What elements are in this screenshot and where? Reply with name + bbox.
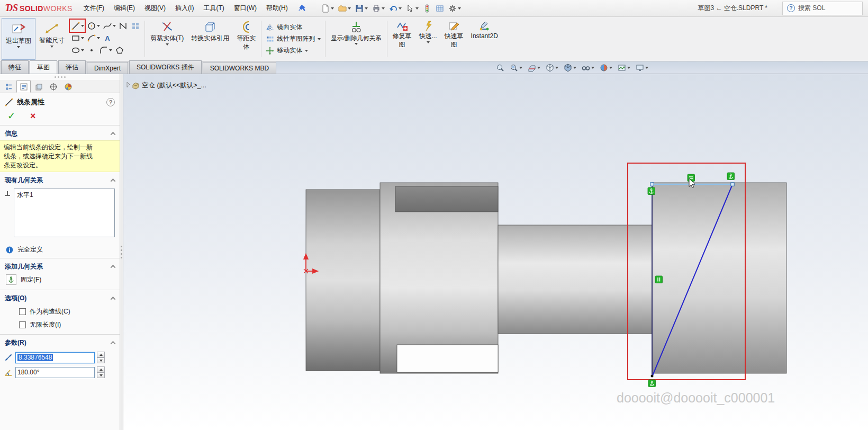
linear-sketch-pattern-button[interactable]: 线性草图阵列 xyxy=(266,34,321,43)
mirror-entities-button[interactable]: 镜向实体 xyxy=(266,23,321,32)
dropdown-arrow-icon[interactable] xyxy=(555,67,558,69)
tab-featuremanager-tree[interactable] xyxy=(2,80,16,93)
dropdown-arrow-icon[interactable] xyxy=(331,7,334,10)
add-relations-header[interactable]: 添加几何关系 xyxy=(0,258,120,273)
rapid-sketch-button[interactable]: 快速草 图 xyxy=(441,18,467,60)
construction-checkbox[interactable] xyxy=(19,308,26,315)
menu-insert[interactable]: 插入(I) xyxy=(170,1,198,16)
model-dark-face[interactable] xyxy=(395,186,498,212)
offset-entities-button[interactable]: 等距实 体 xyxy=(233,18,259,60)
options-button[interactable] xyxy=(447,3,462,14)
tab-displaymanager[interactable] xyxy=(61,80,75,93)
fixed-constraint-icon[interactable] xyxy=(648,187,655,195)
dropdown-arrow-icon[interactable] xyxy=(97,37,100,39)
spin-up-button[interactable] xyxy=(97,352,105,357)
model-white-face[interactable] xyxy=(397,345,498,372)
tab-sketch[interactable]: 草图 xyxy=(30,60,57,74)
search-label[interactable]: 搜索 SOL xyxy=(798,4,825,13)
repair-sketch-button[interactable]: 修复草 图 xyxy=(389,18,415,60)
dropdown-arrow-icon[interactable] xyxy=(50,46,53,48)
tab-propertymanager[interactable] xyxy=(16,80,31,93)
circle-tool-button[interactable] xyxy=(86,21,101,31)
vertical-constraint-icon[interactable] xyxy=(655,276,663,283)
convert-entities-button[interactable]: 转换实体引用 xyxy=(187,18,233,60)
model-left-cylinder[interactable] xyxy=(306,190,380,371)
dropdown-arrow-icon[interactable] xyxy=(81,49,84,51)
menu-view[interactable]: 视图(V) xyxy=(140,1,170,16)
dropdown-arrow-icon[interactable] xyxy=(537,67,540,69)
quick-snaps-button[interactable]: 快速... xyxy=(415,18,441,60)
dropdown-arrow-icon[interactable] xyxy=(17,46,20,48)
collapse-chevron-icon[interactable] xyxy=(111,178,116,184)
dropdown-arrow-icon[interactable] xyxy=(365,7,368,10)
menu-file[interactable]: 文件(F) xyxy=(79,1,109,16)
fillet-tool-button[interactable] xyxy=(98,45,113,56)
construction-line-option[interactable]: 作为构造线(C) xyxy=(0,305,120,318)
dropdown-arrow-icon[interactable] xyxy=(382,7,385,10)
view-settings-button[interactable] xyxy=(636,64,648,72)
apply-scene-button[interactable] xyxy=(618,64,630,72)
model-right-cylinder[interactable] xyxy=(652,183,786,373)
panel-help-icon[interactable]: ? xyxy=(106,98,115,106)
dropdown-arrow-icon[interactable] xyxy=(81,25,84,27)
dropdown-arrow-icon[interactable] xyxy=(305,50,308,52)
dropdown-arrow-icon[interactable] xyxy=(166,43,169,46)
help-icon[interactable]: ? xyxy=(787,4,795,12)
angle-input[interactable]: 180.00° xyxy=(15,367,95,378)
display-style-button[interactable] xyxy=(564,64,576,72)
hide-show-items-button[interactable] xyxy=(582,64,594,72)
fix-relation-label[interactable]: 固定(F) xyxy=(21,275,41,284)
dropdown-arrow-icon[interactable] xyxy=(519,67,522,69)
undo-button[interactable] xyxy=(388,3,403,14)
rectangle-tool-button[interactable] xyxy=(70,33,85,43)
dropdown-arrow-icon[interactable] xyxy=(318,38,321,40)
dropdown-arrow-icon[interactable] xyxy=(415,7,419,10)
rebuild-button[interactable] xyxy=(422,3,432,14)
menu-edit[interactable]: 编辑(E) xyxy=(109,1,140,16)
dropdown-arrow-icon[interactable] xyxy=(627,67,630,69)
tab-features[interactable]: 特征 xyxy=(1,60,29,74)
zoom-area-button[interactable] xyxy=(510,64,522,72)
dropdown-arrow-icon[interactable] xyxy=(109,49,112,51)
collapse-chevron-icon[interactable] xyxy=(111,132,116,137)
edit-appearance-button[interactable] xyxy=(600,64,612,72)
relation-item[interactable]: 水平1 xyxy=(17,191,112,200)
point-tool-button[interactable] xyxy=(86,45,97,56)
dropdown-arrow-icon[interactable] xyxy=(591,67,594,69)
open-button[interactable] xyxy=(337,3,352,14)
arc-tool-button[interactable] xyxy=(86,33,101,43)
cancel-button[interactable]: × xyxy=(30,111,36,121)
spin-down-button[interactable] xyxy=(97,372,105,378)
panel-resize-grip[interactable] xyxy=(0,74,120,80)
text-tool-button[interactable]: A xyxy=(102,34,113,43)
menu-tools[interactable]: 工具(T) xyxy=(198,1,229,16)
collapse-chevron-icon[interactable] xyxy=(111,265,116,270)
fixed-constraint-icon[interactable] xyxy=(648,380,656,387)
dropdown-arrow-icon[interactable] xyxy=(573,67,576,69)
relations-listbox[interactable]: 水平1 xyxy=(14,189,115,237)
ok-button[interactable]: ✓ xyxy=(7,111,15,121)
sketch-endpoint-handle[interactable] xyxy=(731,183,734,186)
dropdown-arrow-icon[interactable] xyxy=(113,25,116,27)
collapse-chevron-icon[interactable] xyxy=(111,297,116,302)
sketch-endpoint-handle[interactable] xyxy=(650,183,654,186)
dropdown-arrow-icon[interactable] xyxy=(609,67,612,69)
existing-relations-header[interactable]: 现有几何关系 xyxy=(0,172,120,187)
tab-configurationmanager[interactable] xyxy=(31,80,46,93)
parameters-section-header[interactable]: 参数(R) xyxy=(0,335,120,350)
fix-relation-button[interactable] xyxy=(6,274,16,285)
trim-entities-button[interactable]: 剪裁实体(T) xyxy=(147,18,187,60)
file-properties-button[interactable] xyxy=(435,3,445,14)
options-section-header[interactable]: 选项(O) xyxy=(0,290,120,305)
dropdown-arrow-icon[interactable] xyxy=(348,7,351,10)
tree-item-label[interactable]: 空仓 (默认<<默认>_... xyxy=(142,82,206,89)
view-orientation-button[interactable] xyxy=(546,64,558,72)
length-input[interactable]: 8.33876548 xyxy=(15,352,95,363)
polygon-tool-button[interactable] xyxy=(114,45,125,56)
line-tool-button[interactable] xyxy=(70,21,85,31)
spin-up-button[interactable] xyxy=(97,366,105,372)
zoom-fit-button[interactable] xyxy=(496,64,504,72)
pin-icon[interactable] xyxy=(298,4,306,13)
spline-tool-button[interactable] xyxy=(102,21,116,31)
save-button[interactable] xyxy=(354,3,369,14)
